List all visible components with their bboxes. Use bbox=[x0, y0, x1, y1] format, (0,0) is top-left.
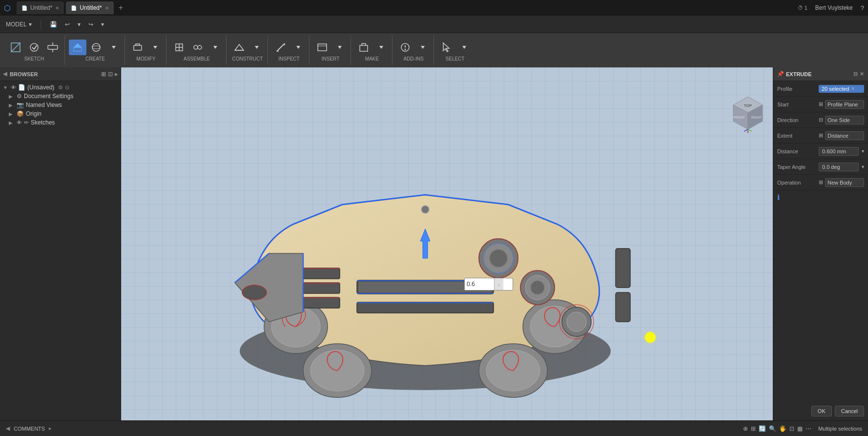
status-display-icon[interactable]: ▦ bbox=[797, 425, 803, 432]
inspect-group-label: INSPECT bbox=[278, 56, 299, 62]
tab1-close[interactable]: ✕ bbox=[55, 5, 59, 11]
tab-untitled1[interactable]: 📄 Untitled* ✕ bbox=[17, 1, 64, 14]
extrude-ok-button[interactable]: OK bbox=[811, 406, 832, 416]
taper-dropdown-arrow[interactable]: ▾ bbox=[862, 164, 864, 169]
direction-select[interactable]: One Side bbox=[825, 116, 864, 125]
browser-settings-icon[interactable]: ⊡ bbox=[108, 71, 113, 78]
extrude-pin-icon[interactable]: 📌 bbox=[777, 71, 784, 77]
modify-press-button[interactable] bbox=[129, 40, 146, 55]
profile-chip-clear[interactable]: ✕ bbox=[851, 86, 855, 91]
sketch-finish-button[interactable] bbox=[25, 40, 43, 55]
inspect-more-button[interactable] bbox=[290, 40, 306, 55]
create-extrude-button[interactable] bbox=[69, 40, 86, 55]
distance-dropdown-arrow[interactable]: ▾ bbox=[862, 148, 864, 154]
select-more-button[interactable] bbox=[456, 40, 472, 55]
construct-more-button[interactable] bbox=[249, 40, 265, 55]
app-logo: ⬡ bbox=[4, 3, 11, 13]
status-zoom-icon[interactable]: 🔍 bbox=[769, 425, 776, 432]
construct-plane-button[interactable] bbox=[230, 40, 248, 55]
status-bar: ◀ COMMENTS ▸ ⊕ ⊞ 🔄 🔍 🖐 ⊡ ▦ ⋯ Multiple se… bbox=[0, 420, 868, 436]
make-more-button[interactable] bbox=[373, 40, 389, 55]
start-select[interactable]: Profile Plane bbox=[825, 100, 864, 109]
browser-filter-icon[interactable]: ⊞ bbox=[101, 71, 106, 78]
addins-scripts-button[interactable] bbox=[396, 40, 414, 55]
create-more-button[interactable] bbox=[106, 40, 122, 55]
add-tab-button[interactable]: + bbox=[116, 3, 126, 12]
origin-expand: ▶ bbox=[9, 111, 15, 117]
comments-expand-icon[interactable]: ◀ bbox=[6, 425, 10, 432]
status-view-icon[interactable]: ⊡ bbox=[789, 425, 794, 432]
browser-item-origin[interactable]: ▶ 📦 Origin bbox=[0, 109, 121, 118]
tab1-icon: 📄 bbox=[21, 5, 27, 11]
status-grid-icon[interactable]: ⊞ bbox=[751, 425, 756, 432]
browser-item-sketches[interactable]: ▶ 👁 ✏ Sketches bbox=[0, 118, 121, 127]
root-visibility-icon[interactable]: 👁 bbox=[11, 84, 16, 90]
browser-item-root[interactable]: ▼ 👁 📄 (Unsaved) ⚙ ⊙ bbox=[0, 83, 121, 92]
extrude-close-icon[interactable]: ✕ bbox=[860, 71, 864, 77]
info-icon[interactable]: ℹ bbox=[777, 193, 780, 201]
tab2-label: Untitled* bbox=[80, 4, 102, 11]
browser-item-namedviews[interactable]: ▶ 📷 Named Views bbox=[0, 101, 121, 109]
browser-item-docsettings[interactable]: ▶ ⚙ Document Settings bbox=[0, 92, 121, 101]
help-button[interactable]: ? bbox=[861, 4, 864, 12]
insert-more-button[interactable] bbox=[332, 40, 348, 55]
extrude-collapse-icon[interactable]: ⊟ bbox=[853, 71, 858, 77]
comments-label: COMMENTS bbox=[14, 426, 45, 432]
save-button[interactable]: 💾 bbox=[48, 21, 59, 28]
distance-input[interactable] bbox=[819, 147, 859, 156]
canvas-distance-input[interactable] bbox=[465, 280, 494, 289]
modify-more-button[interactable] bbox=[147, 40, 163, 55]
taper-input[interactable] bbox=[819, 163, 859, 171]
extrude-cancel-button[interactable]: Cancel bbox=[835, 406, 864, 416]
model-dropdown[interactable]: MODEL ▾ bbox=[4, 21, 34, 28]
status-more-icon[interactable]: ⋯ bbox=[806, 425, 811, 432]
tab-untitled2[interactable]: 📄 Untitled* ✕ bbox=[66, 1, 113, 14]
make-3d-button[interactable] bbox=[355, 40, 372, 55]
svg-marker-12 bbox=[112, 46, 116, 49]
select-mode-button[interactable] bbox=[438, 40, 455, 55]
toolbar-group-addins: ADD-INS bbox=[393, 36, 434, 65]
status-snap-icon[interactable]: ⊕ bbox=[743, 425, 748, 432]
model-svg: ▲ bbox=[206, 117, 645, 400]
status-orbit-icon[interactable]: 🔄 bbox=[759, 425, 766, 432]
root-settings-icon[interactable]: ⚙ bbox=[58, 84, 63, 91]
extent-select[interactable]: Distance bbox=[825, 131, 864, 140]
comments-toggle-icon[interactable]: ▸ bbox=[49, 425, 52, 432]
sketches-vis-icon[interactable]: 👁 bbox=[17, 120, 22, 125]
insert-canvas-button[interactable] bbox=[313, 40, 331, 55]
svg-rect-28 bbox=[318, 44, 327, 51]
root-options-icon[interactable]: ⊙ bbox=[65, 84, 69, 91]
svg-rect-8 bbox=[74, 47, 82, 51]
create-sphere-button[interactable] bbox=[87, 40, 105, 55]
svg-point-2 bbox=[30, 43, 38, 51]
browser-collapse-icon[interactable]: ◀ bbox=[3, 71, 7, 77]
svg-point-82 bbox=[567, 312, 586, 332]
sketch-create-button[interactable] bbox=[7, 40, 24, 55]
svg-rect-64 bbox=[616, 292, 630, 322]
operation-select[interactable]: New Body bbox=[825, 178, 864, 187]
profile-chip[interactable]: 20 selected ✕ bbox=[819, 85, 864, 93]
canvas-input-stepper[interactable]: ▲ bbox=[494, 278, 503, 290]
assemble-joint-button[interactable] bbox=[189, 40, 207, 55]
assemble-new-button[interactable] bbox=[170, 40, 188, 55]
browser-expand-icon[interactable]: ▸ bbox=[115, 71, 118, 78]
redo-button[interactable]: ↪ bbox=[86, 21, 95, 28]
assemble-more-button[interactable] bbox=[207, 40, 223, 55]
addins-more-button[interactable] bbox=[415, 40, 431, 55]
undo-button[interactable]: ↩ bbox=[63, 21, 72, 28]
svg-rect-57 bbox=[301, 268, 340, 279]
tab2-close[interactable]: ✕ bbox=[105, 5, 109, 11]
distance-label: Distance bbox=[777, 148, 819, 154]
undo-dropdown[interactable]: ▾ bbox=[76, 21, 83, 28]
svg-rect-5 bbox=[48, 45, 58, 49]
svg-marker-23 bbox=[255, 46, 259, 49]
svg-text:RIGHT: RIGHT bbox=[751, 116, 763, 119]
sketch-look-button[interactable] bbox=[44, 40, 62, 55]
inspect-measure-button[interactable] bbox=[272, 40, 289, 55]
viewport[interactable]: ▲ TOP FRONT RIGHT bbox=[121, 67, 773, 420]
status-pan-icon[interactable]: 🖐 bbox=[779, 425, 786, 432]
view-cube-container[interactable]: TOP FRONT RIGHT bbox=[727, 94, 769, 136]
root-label: (Unsaved) bbox=[27, 84, 54, 91]
redo-dropdown[interactable]: ▾ bbox=[99, 21, 106, 28]
extrude-operation-row: Operation ⊞ New Body bbox=[773, 175, 868, 190]
